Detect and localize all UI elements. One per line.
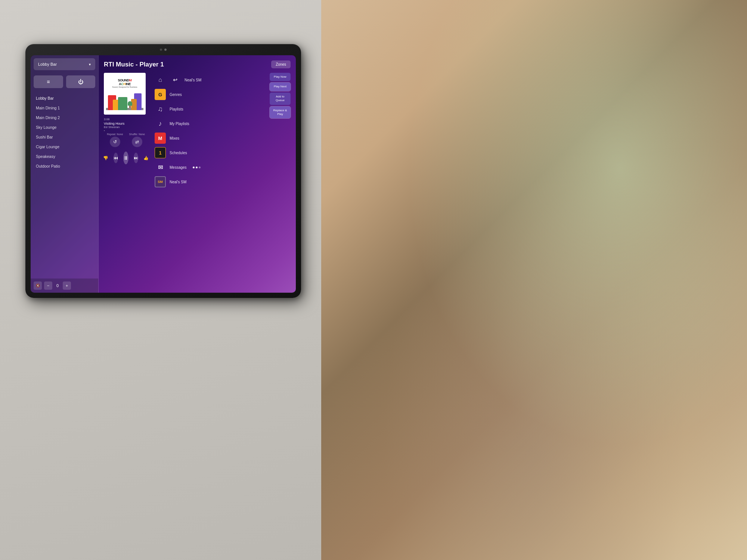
play-next-button[interactable]: Play Next (270, 83, 291, 91)
album-section: SOUNDM ACHINE Sound, Designed for Busine… (104, 73, 148, 248)
main-header: RTI Music - Player 1 Zones (104, 60, 291, 68)
screen: Lobby Bar ▾ ≡ ⏻ Lobby Bar Main Dining 1 (31, 55, 296, 293)
prev-icon: ⏮ (114, 155, 118, 161)
pdot-2 (196, 167, 198, 168)
device-dot-1 (160, 49, 162, 51)
menu-label-playlists: Playlists (170, 107, 183, 111)
track-time: 3:06 (104, 118, 148, 121)
menu-label-genres: Genres (170, 93, 182, 97)
repeat-section: Repeat: None ↺ (107, 133, 123, 147)
menu-item-neals-sm[interactable]: SM Neal's SM (152, 175, 265, 189)
chevron-down-icon: ▾ (89, 62, 91, 66)
main-content: RTI Music - Player 1 Zones SOUNDM ACHINE (99, 55, 296, 293)
sidebar-item-cigar-lounge[interactable]: Cigar Lounge (31, 142, 98, 152)
zone-list: Lobby Bar Main Dining 1 Main Dining 2 Sk… (31, 91, 98, 173)
playlist-icon: ♫ (155, 103, 166, 115)
volume-up-button[interactable]: + (63, 281, 71, 290)
album-art-inner: SOUNDM ACHINE Sound, Designed for Busine… (104, 73, 146, 115)
shuffle-button[interactable]: ⇄ (132, 137, 142, 147)
sidebar-item-speakeasy[interactable]: Speakeasy (31, 152, 98, 161)
menu-item-messages[interactable]: ✉ Messages (152, 160, 265, 174)
building-3 (118, 97, 127, 110)
progress-dots (193, 167, 201, 168)
pause-button[interactable]: ⏸ (123, 152, 128, 164)
sidebar: Lobby Bar ▾ ≡ ⏻ Lobby Bar Main Dining 1 (31, 55, 99, 293)
page-title: RTI Music - Player 1 (104, 61, 164, 68)
power-icon: ⏻ (78, 79, 83, 85)
building-5 (131, 99, 137, 110)
schedules-icon: 1 (155, 147, 166, 158)
wall-tablet-device: Lobby Bar ▾ ≡ ⏻ Lobby Bar Main Dining 1 (25, 44, 301, 298)
prev-button[interactable]: ⏮ (114, 153, 118, 163)
neals-sm-icon: SM (155, 176, 166, 187)
back-icon: ↩ (170, 74, 181, 85)
menu-label-schedules: Schedules (170, 151, 187, 155)
sidebar-item-sky-lounge[interactable]: Sky Lounge (31, 122, 98, 132)
volume-control: 🔇 − 0 + (31, 279, 98, 293)
shuffle-repeat-row: Repeat: None ↺ Shuffle: None ⇄ (104, 132, 148, 149)
add-to-queue-button[interactable]: Add to Queue (270, 93, 291, 105)
menu-item-genres[interactable]: G Genres (152, 87, 265, 102)
shuffle-icon: ⇄ (135, 139, 139, 144)
sidebar-item-lobby-bar[interactable]: Lobby Bar (31, 93, 98, 103)
menu-label-messages: Messages (170, 165, 187, 169)
pause-icon: ⏸ (123, 155, 128, 161)
menu-item-schedules[interactable]: 1 Schedules (152, 146, 265, 160)
menu-item-my-playlists[interactable]: ♪ My Playlists (152, 116, 265, 131)
menu-label-neals-sm: Neal's SM (170, 180, 186, 184)
track-artist: Ed Sheeran (104, 125, 148, 129)
zones-button[interactable]: Zones (271, 60, 291, 68)
action-buttons: Play Now Play Next Add to Queue Replace … (270, 73, 291, 248)
menu-label-neals-sm-top: Neal's SM (185, 78, 201, 82)
track-dot: • (104, 129, 148, 132)
album-art: SOUNDM ACHINE Sound, Designed for Busine… (104, 73, 146, 115)
tree-1 (128, 101, 132, 108)
menu-item-playlists[interactable]: ♫ Playlists (152, 102, 265, 116)
device-status-dots (160, 49, 167, 51)
zone-selector[interactable]: Lobby Bar ▾ (34, 58, 95, 70)
playback-controls: 👎 ⏮ ⏸ ⏭ 👍 (104, 149, 148, 167)
menu-item-home-back[interactable]: ⌂ ↩ Neal's SM (152, 73, 265, 87)
sidebar-item-sushi-bar[interactable]: Sushi Bar (31, 132, 98, 142)
shuffle-section: Shuffle: None ⇄ (129, 133, 145, 147)
menu-button[interactable]: ≡ (34, 75, 63, 88)
repeat-label: Repeat: None (107, 133, 123, 136)
volume-value: 0 (55, 283, 61, 288)
content-row: SOUNDM ACHINE Sound, Designed for Busine… (104, 73, 291, 248)
power-button[interactable]: ⏻ (66, 75, 96, 88)
pdot-3 (199, 167, 201, 168)
repeat-icon: ↺ (113, 139, 117, 144)
minus-icon: − (47, 283, 49, 288)
thumbup-button[interactable]: 👍 (143, 154, 149, 162)
next-icon: ⏭ (134, 155, 138, 161)
thumbdown-button[interactable]: 👎 (103, 154, 108, 162)
mixes-icon: M (155, 133, 166, 144)
sidebar-item-outdoor-patio[interactable]: Outdoor Patio (31, 161, 98, 171)
plus-icon: + (66, 283, 68, 288)
thumbdown-icon: 👎 (103, 156, 108, 161)
background-overlay (321, 0, 747, 560)
album-title: SOUNDM ACHINE (116, 77, 133, 86)
track-name: Visiting Hours (104, 122, 148, 125)
menu-icon: ≡ (47, 79, 50, 85)
repeat-button[interactable]: ↺ (110, 137, 120, 147)
album-subtitle: Sound, Designed for Business (111, 86, 139, 89)
menu-label-mixes: Mixes (170, 136, 179, 140)
volume-down-button[interactable]: − (44, 281, 52, 290)
next-button[interactable]: ⏭ (134, 153, 138, 163)
home-icon: ⌂ (155, 74, 166, 85)
play-now-button[interactable]: Play Now (270, 73, 291, 81)
sidebar-item-main-dining-1[interactable]: Main Dining 1 (31, 103, 98, 113)
album-illustration (106, 90, 144, 110)
replace-play-button[interactable]: Replace & Play (270, 106, 291, 119)
sidebar-item-main-dining-2[interactable]: Main Dining 2 (31, 113, 98, 122)
menu-label-my-playlists: My Playlists (170, 122, 189, 126)
menu-item-mixes[interactable]: M Mixes (152, 131, 265, 145)
mute-button[interactable]: 🔇 (34, 281, 42, 290)
music-menu: ⌂ ↩ Neal's SM G Genres ♫ Playlists ♪ (152, 73, 265, 248)
sidebar-controls: ≡ ⏻ (31, 72, 98, 91)
pdot-1 (193, 167, 195, 168)
zone-selector-label: Lobby Bar (38, 62, 57, 66)
messages-icon: ✉ (155, 162, 166, 173)
device-dot-2 (164, 49, 167, 51)
